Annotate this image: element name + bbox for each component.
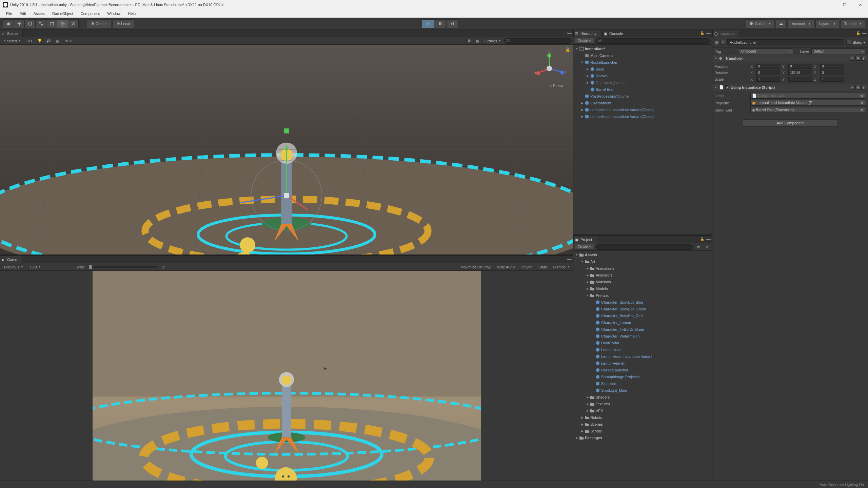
tree-item[interactable]: Samophlange Projectile: [573, 373, 712, 380]
tree-item[interactable]: LemonHead Instantiate Variant: [573, 353, 712, 360]
menu-help[interactable]: Help: [124, 11, 139, 17]
tree-arrow[interactable]: ▶: [586, 402, 590, 406]
script-header[interactable]: ▼ 📄 Using Instantiate (Script) ? ⚙ ⋮: [712, 84, 868, 91]
tree-arrow[interactable]: ▶: [580, 101, 584, 105]
tree-arrow[interactable]: ▶: [580, 115, 584, 118]
scene-lighting-toggle[interactable]: 💡: [36, 38, 43, 44]
tree-arrow[interactable]: ▼: [586, 294, 590, 297]
script-foldout-arrow[interactable]: ▼: [714, 86, 718, 89]
tree-item[interactable]: Main Camera: [573, 52, 712, 59]
menu-file[interactable]: File: [3, 11, 16, 17]
game-vsync-toggle[interactable]: VSync: [519, 264, 535, 270]
project-panel-menu[interactable]: ▪▬: [706, 237, 711, 242]
tree-arrow[interactable]: ▶: [586, 287, 590, 290]
transform-help-button[interactable]: ?: [850, 56, 854, 61]
script-menu-button[interactable]: ⋮: [861, 85, 866, 90]
script-field[interactable]: 📄 UsingInstantiate: [750, 93, 866, 99]
tree-item[interactable]: ▶Models: [573, 285, 712, 292]
tree-item[interactable]: ▶Roboto: [573, 414, 712, 421]
project-filter-icon[interactable]: 👁: [694, 244, 702, 250]
tree-item[interactable]: Character_TvBotOnSkate: [573, 326, 712, 333]
project-tree[interactable]: ▼Assets▼Art▶Animations▶Animators▶Materia…: [573, 251, 712, 481]
game-tab[interactable]: ▶ Game: [0, 256, 22, 263]
tree-item[interactable]: Skatebot: [573, 380, 712, 387]
tree-arrow[interactable]: ▶: [586, 267, 590, 270]
menu-component[interactable]: Component: [77, 11, 103, 17]
scene-gizmos-dropdown[interactable]: Gizmos: [482, 38, 503, 44]
transform-tool[interactable]: [57, 19, 68, 28]
scene-camera-toggle[interactable]: ⚙: [466, 38, 473, 44]
project-create-button[interactable]: Create: [575, 244, 594, 250]
object-picker-icon[interactable]: [860, 108, 864, 112]
tree-arrow[interactable]: ▶: [580, 416, 584, 419]
scale-y-input[interactable]: [788, 77, 812, 82]
scene-search-input[interactable]: [504, 38, 572, 44]
project-lock-icon[interactable]: 🔓: [700, 237, 705, 242]
layout-dropdown[interactable]: Tutorial: [841, 19, 865, 28]
hand-tool[interactable]: [3, 19, 14, 28]
tree-item[interactable]: RocketLauncher: [573, 367, 712, 373]
transform-foldout-arrow[interactable]: ▼: [714, 57, 718, 60]
tree-item[interactable]: Character_BodyBot_Red: [573, 312, 712, 319]
tree-item[interactable]: ▼Instantiate*: [573, 45, 712, 52]
cloud-button[interactable]: ☁: [776, 19, 787, 28]
game-mute-toggle[interactable]: Mute Audio: [494, 264, 518, 270]
scene-viewport[interactable]: 🔓 y z x ◁ Persp: [0, 45, 573, 255]
object-picker-icon[interactable]: [860, 94, 864, 98]
layers-dropdown[interactable]: Layers: [815, 19, 839, 28]
tree-arrow[interactable]: ▶: [586, 67, 590, 71]
object-picker-icon[interactable]: [860, 101, 864, 105]
menu-edit[interactable]: Edit: [16, 11, 29, 17]
tree-item[interactable]: ▶Animations: [573, 265, 712, 272]
menu-assets[interactable]: Assets: [30, 11, 48, 17]
hierarchy-lock-icon[interactable]: 🔓: [700, 31, 705, 36]
scene-audio-toggle[interactable]: 🔊: [45, 38, 52, 44]
tree-item[interactable]: ▶Materials: [573, 279, 712, 285]
tree-arrow[interactable]: ▶: [580, 108, 584, 111]
transform-menu-button[interactable]: ⋮: [861, 56, 866, 61]
maximize-button[interactable]: ☐: [837, 0, 852, 9]
tree-arrow[interactable]: ▶: [586, 280, 590, 284]
rotation-y-input[interactable]: [788, 70, 812, 75]
script-help-button[interactable]: ?: [850, 85, 854, 90]
tree-item[interactable]: ▶Scripts: [573, 428, 712, 434]
close-button[interactable]: ✕: [852, 0, 868, 9]
tree-item[interactable]: ▶Environment: [573, 100, 712, 106]
hierarchy-tree[interactable]: ▼Instantiate*Main Camera▼RocketLauncher▶…: [573, 45, 712, 235]
position-x-input[interactable]: [756, 64, 780, 69]
rect-tool[interactable]: [46, 19, 57, 28]
scale-tool[interactable]: [35, 19, 46, 28]
projectile-field[interactable]: ▣ LemonHead Instantiate Variant (F: [750, 100, 866, 106]
scale-z-input[interactable]: [820, 77, 844, 82]
tree-item[interactable]: ▼Prefabs: [573, 292, 712, 299]
game-aspect-dropdown[interactable]: 16:9: [27, 264, 43, 270]
scene-draw-mode[interactable]: Shaded: [1, 38, 23, 44]
inspector-lock-icon[interactable]: 🔓: [856, 31, 861, 36]
scene-panel-menu[interactable]: ▪▬: [567, 31, 572, 36]
rotation-x-input[interactable]: [756, 70, 780, 75]
script-preset-button[interactable]: ⚙: [855, 85, 860, 90]
tree-arrow[interactable]: ▶: [575, 436, 579, 440]
tree-item[interactable]: ▼Art: [573, 258, 712, 265]
pivot-local-button[interactable]: ◈Local: [113, 19, 134, 28]
game-gizmos-dropdown[interactable]: Gizmos: [550, 264, 572, 270]
game-maximize-toggle[interactable]: Maximize On Play: [458, 264, 493, 270]
tree-arrow[interactable]: ▶: [586, 74, 590, 78]
lighting-status[interactable]: Auto Generate Lighting On: [820, 483, 864, 487]
tree-item[interactable]: SpotLight_Main: [573, 387, 712, 394]
tree-item[interactable]: DoorPortal: [573, 340, 712, 346]
tree-arrow[interactable]: ▶: [586, 395, 590, 399]
tree-arrow[interactable]: ▼: [575, 253, 579, 257]
script-enabled-checkbox[interactable]: [725, 85, 729, 89]
tree-item[interactable]: ▶LemonHead Instantiate Variant(Clone): [573, 113, 712, 120]
tree-item[interactable]: LemonHelmet: [573, 360, 712, 367]
tree-arrow[interactable]: ▶: [586, 81, 590, 84]
tree-item[interactable]: Character_BodyBot_Green: [573, 306, 712, 312]
add-component-button[interactable]: Add Component: [743, 119, 838, 127]
tree-item[interactable]: ▶Textures: [573, 401, 712, 407]
inspector-panel-menu[interactable]: ▪▬: [862, 31, 867, 36]
scene-gizmo-toggle-icon[interactable]: ▦: [474, 38, 481, 44]
step-button[interactable]: [446, 19, 458, 28]
hierarchy-tab[interactable]: ☰ Hierarchy: [573, 30, 601, 37]
tree-arrow[interactable]: ▶: [580, 423, 584, 426]
